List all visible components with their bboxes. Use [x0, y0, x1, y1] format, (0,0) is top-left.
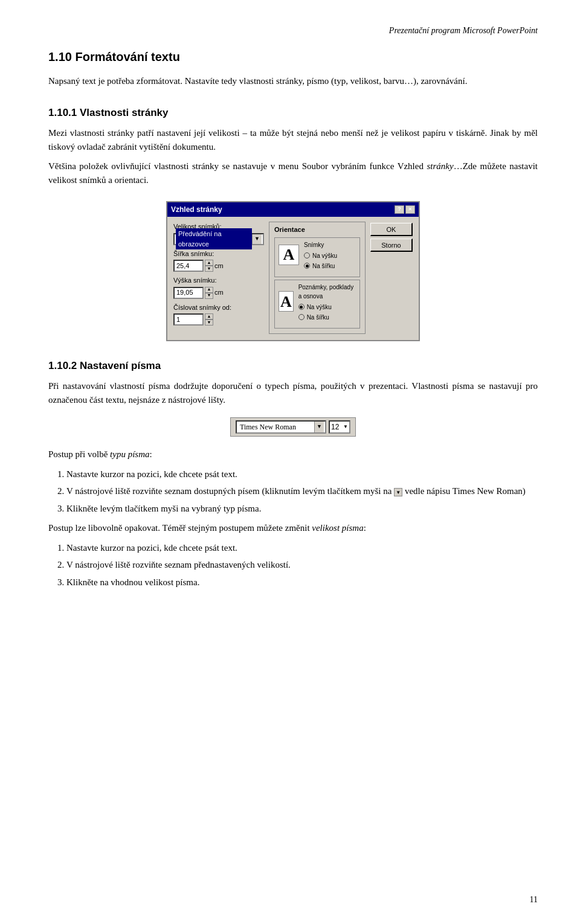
- list-item: Klikněte levým tlačítkem myši na vybraný…: [66, 502, 538, 516]
- sirka-down[interactable]: ▼: [205, 266, 213, 272]
- storno-button[interactable]: Storno: [370, 239, 413, 252]
- list-item: V nástrojové liště rozviňte seznam dostu…: [66, 484, 538, 498]
- subsection2-title: 1.10.2 Nastavení písma: [48, 358, 538, 374]
- titlebar-buttons: ? ×: [395, 205, 415, 214]
- header-title: Prezentační program Microsoft PowerPoint: [389, 26, 538, 35]
- ok-button[interactable]: OK: [370, 223, 413, 236]
- poznamky-na-vysku-label: Na výšku: [307, 303, 332, 312]
- subsection1-para2: Většina položek ovlivňující vlastnosti s…: [48, 159, 538, 187]
- cislovat-up[interactable]: ▲: [205, 313, 213, 319]
- velikost-dropdown[interactable]: Předvádění na obrazovce ▼: [173, 233, 264, 245]
- dialog-center-panel: Orientace A Snímky Na výšku: [269, 222, 366, 334]
- steps2-list: Nastavte kurzor na pozici, kde chcete ps…: [66, 541, 538, 589]
- font-name-value: Times New Roman: [238, 422, 298, 432]
- sirka-label: Šířka snímku:: [173, 249, 264, 259]
- snimky-portrait-icon: A: [279, 245, 299, 265]
- cislovat-down[interactable]: ▼: [205, 319, 213, 326]
- dialog-box: Vzhled stránky ? × Velikost snímků: Před…: [166, 201, 420, 341]
- poznamky-na-vysku-radio[interactable]: [298, 304, 304, 310]
- snimky-orientation: A Snímky Na výšku Na šířku: [274, 237, 360, 277]
- font-toolbar-wrapper: Times New Roman ▼ 12 ▼: [48, 417, 538, 437]
- vyska-spinner: ▲ ▼: [205, 287, 213, 299]
- sirka-up[interactable]: ▲: [205, 260, 213, 266]
- poznamky-na-vysku-row: Na výšku: [298, 303, 356, 312]
- page-header: Prezentační program Microsoft PowerPoint: [48, 24, 538, 37]
- vyska-down[interactable]: ▼: [205, 293, 213, 299]
- poznamky-na-sirku-row: Na šířku: [298, 313, 356, 322]
- poznamky-na-sirku-label: Na šířku: [307, 313, 329, 322]
- inline-dropdown-icon: ▼: [394, 488, 402, 496]
- list-item: Nastavte kurzor na pozici, kde chcete ps…: [66, 541, 538, 555]
- snimky-sub-title: Snímky: [304, 240, 337, 249]
- font-dropdown-arrow-icon[interactable]: ▼: [314, 422, 324, 432]
- cislovat-label: Číslovat snímky od:: [173, 303, 264, 313]
- font-size-dropdown[interactable]: 12 ▼: [329, 420, 350, 434]
- page-number: 11: [530, 893, 538, 906]
- font-size-arrow-icon[interactable]: ▼: [343, 423, 348, 431]
- dialog-body: Velikost snímků: Předvádění na obrazovce…: [167, 217, 419, 340]
- dialog-wrapper: Vzhled stránky ? × Velikost snímků: Před…: [48, 201, 538, 341]
- snimky-na-vysku-row: Na výšku: [304, 251, 337, 260]
- dialog-help-button[interactable]: ?: [395, 205, 404, 214]
- sirka-input[interactable]: 25,4: [173, 260, 204, 272]
- poznamky-orientation: A Poznámky, podklady a osnova Na výšku N…: [274, 280, 360, 329]
- sirka-spinner: ▲ ▼: [205, 260, 213, 272]
- section-title: 1.10 Formátování textu: [48, 48, 538, 66]
- snimky-na-sirku-row: Na šířku: [304, 261, 337, 271]
- postup2-label: Postup lze libovolně opakovat. Téměř ste…: [48, 521, 538, 535]
- dialog-close-button[interactable]: ×: [405, 205, 415, 214]
- vyska-input[interactable]: 19,05: [173, 287, 204, 299]
- sirka-field: 25,4 ▲ ▼ cm: [173, 260, 264, 272]
- poznamky-sub-title: Poznámky, podklady a osnova: [298, 283, 356, 301]
- postup1-label: Postup při volbě typu písma:: [48, 448, 538, 461]
- dropdown-arrow-icon[interactable]: ▼: [252, 234, 262, 244]
- vyska-up[interactable]: ▲: [205, 287, 213, 293]
- font-name-dropdown[interactable]: Times New Roman ▼: [236, 420, 326, 434]
- cislovat-spinner: ▲ ▼: [205, 313, 213, 326]
- dialog-title: Vzhled stránky: [171, 204, 222, 215]
- subsection1-title: 1.10.1 Vlastnosti stránky: [48, 105, 538, 121]
- dialog-titlebar: Vzhled stránky ? ×: [167, 202, 419, 217]
- snimky-na-vysku-radio[interactable]: [304, 252, 310, 258]
- snimky-na-vysku-label: Na výšku: [312, 251, 337, 260]
- list-item: Nastavte kurzor na pozici, kde chcete ps…: [66, 467, 538, 481]
- font-size-value: 12: [331, 422, 339, 432]
- poznamky-portrait-icon: A: [279, 291, 294, 312]
- snimky-na-sirku-label: Na šířku: [312, 261, 335, 271]
- dialog-left-panel: Velikost snímků: Předvádění na obrazovce…: [173, 222, 264, 334]
- orientation-group: Orientace A Snímky Na výšku: [269, 222, 366, 334]
- cislovat-field: 1 ▲ ▼: [173, 313, 264, 326]
- steps-list: Nastavte kurzor na pozici, kde chcete ps…: [66, 467, 538, 516]
- snimky-na-sirku-radio[interactable]: [304, 263, 310, 269]
- font-toolbar: Times New Roman ▼ 12 ▼: [230, 417, 356, 437]
- sirka-unit: cm: [214, 261, 224, 271]
- dialog-buttons: OK Storno: [370, 223, 413, 252]
- vyska-field: 19,05 ▲ ▼ cm: [173, 287, 264, 299]
- list-item: Klikněte na vhodnou velikost písma.: [66, 576, 538, 589]
- cislovat-input[interactable]: 1: [173, 313, 204, 326]
- dropdown-selected-value: Předvádění na obrazovce: [176, 228, 252, 249]
- subsection2-para1: Při nastavování vlastností písma dodržuj…: [48, 379, 538, 406]
- poznamky-na-sirku-radio[interactable]: [298, 314, 304, 320]
- section1-para1: Napsaný text je potřeba zformátovat. Nas…: [48, 74, 538, 88]
- vyska-unit: cm: [214, 287, 224, 298]
- list-item: V nástrojové liště rozviňte seznam předn…: [66, 558, 538, 572]
- dialog-right-panel: OK Storno: [370, 222, 413, 334]
- vyska-label: Výška snímku:: [173, 275, 264, 286]
- orientation-title: Orientace: [274, 225, 360, 235]
- subsection1-para1: Mezi vlastnosti stránky patří nastavení …: [48, 126, 538, 153]
